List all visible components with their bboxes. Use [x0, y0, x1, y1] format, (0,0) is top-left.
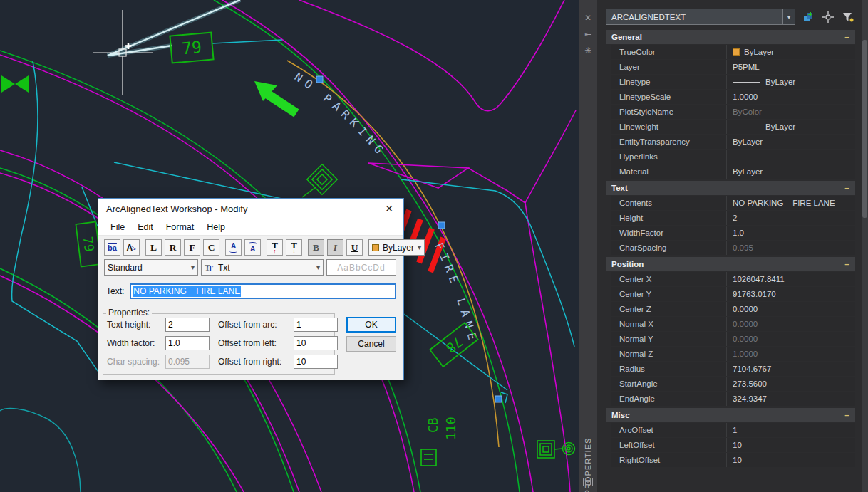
align-center-button[interactable]: C [203, 239, 219, 256]
property-value[interactable]: 7104.6767 [727, 362, 855, 376]
property-value[interactable] [727, 150, 855, 164]
arc-text-no-parking[interactable]: NO PARKING [292, 70, 389, 160]
reverse-text-button[interactable]: ba [104, 239, 120, 256]
property-row[interactable]: ContentsNO PARKING FIRE LANE [611, 196, 855, 210]
close-icon[interactable]: ✕ [584, 13, 591, 23]
property-value[interactable]: P5PML [727, 60, 855, 74]
align-fit-button[interactable]: F [184, 239, 200, 256]
outward-button[interactable]: T↑ [267, 239, 283, 256]
property-value[interactable]: 273.5600 [727, 377, 855, 391]
property-value[interactable]: 10 [727, 453, 855, 467]
svg-text:CB: CB [425, 417, 440, 433]
property-row[interactable]: LinetypeByLayer [611, 75, 855, 89]
collapse-icon[interactable]: – [844, 410, 849, 420]
section-header[interactable]: General– [606, 30, 855, 44]
menu-file[interactable]: File [104, 221, 131, 234]
convex-button[interactable]: A [225, 239, 242, 256]
property-row[interactable]: Center X1026047.8411 [611, 272, 855, 286]
property-value[interactable]: 1.0000 [727, 347, 855, 361]
collapse-icon[interactable]: – [844, 32, 849, 42]
property-value[interactable]: ByLayer [727, 120, 855, 134]
object-type-combo[interactable]: ARCALIGNEDTEXT ▾ [606, 9, 795, 25]
quick-select-icon[interactable] [840, 9, 855, 24]
ok-button[interactable]: OK [346, 317, 396, 333]
align-right-button[interactable]: R [165, 239, 181, 256]
text-height-input[interactable] [165, 318, 210, 332]
property-value[interactable]: 0.0000 [727, 317, 855, 331]
property-row[interactable]: LayerP5PML [611, 60, 855, 74]
font-combo[interactable]: TT Txt ▾ [201, 259, 324, 276]
autohide-icon[interactable]: ⇤ [584, 29, 591, 39]
property-value[interactable]: 1 [727, 423, 855, 437]
property-row[interactable]: Normal Y0.0000 [611, 332, 855, 346]
section-header[interactable]: Misc– [606, 408, 855, 422]
property-row[interactable]: WidthFactor1.0 [611, 226, 855, 240]
color-combo[interactable]: ByLayer ▾ [368, 239, 425, 256]
property-label: CharSpacing [611, 241, 727, 255]
property-value[interactable]: ByColor [727, 105, 855, 119]
property-value[interactable]: ByLayer [727, 45, 855, 59]
style-combo[interactable]: Standard ▾ [104, 259, 198, 276]
offset-arc-input[interactable] [294, 318, 338, 332]
property-value[interactable]: 2 [727, 211, 855, 225]
property-row[interactable]: LineweightByLayer [611, 120, 855, 134]
settings-icon[interactable]: ✳ [584, 46, 591, 56]
offset-left-input[interactable] [294, 336, 338, 350]
toggle-pickadd-icon[interactable] [800, 9, 815, 24]
property-row[interactable]: MaterialByLayer [611, 164, 855, 179]
property-row[interactable]: TrueColorByLayer [611, 45, 855, 59]
menu-help[interactable]: Help [200, 221, 232, 234]
section-header[interactable]: Text– [606, 181, 855, 195]
property-row[interactable]: Height2 [611, 211, 855, 225]
property-value[interactable]: ByLayer [727, 164, 855, 179]
property-row[interactable]: Center Z0.0000 [611, 302, 855, 316]
width-factor-input[interactable] [165, 336, 210, 350]
scrollbar-thumb[interactable] [862, 40, 867, 218]
property-row[interactable]: LinetypeScale1.0000 [611, 90, 855, 104]
select-objects-icon[interactable] [820, 9, 835, 24]
property-value[interactable]: ByLayer [727, 135, 855, 149]
bold-button[interactable]: B [308, 239, 324, 256]
property-value[interactable]: 324.9347 [727, 392, 855, 406]
text-input[interactable]: NO PARKING FIRE LANE [130, 283, 396, 299]
property-value[interactable]: 0.095 [727, 241, 855, 255]
section-header[interactable]: Position– [606, 257, 855, 271]
property-row[interactable]: StartAngle273.5600 [611, 377, 855, 391]
property-value[interactable]: 1026047.8411 [727, 272, 855, 286]
property-value[interactable]: 10 [727, 438, 855, 452]
align-left-button[interactable]: L [145, 239, 162, 256]
italic-button[interactable]: I [327, 239, 343, 256]
property-row[interactable]: EntityTransparencyByLayer [611, 135, 855, 149]
property-row[interactable]: Normal Z1.0000 [611, 347, 855, 361]
property-row[interactable]: Center Y91763.0170 [611, 287, 855, 301]
property-row[interactable]: Radius7104.6767 [611, 362, 855, 376]
property-row[interactable]: LeftOffset10 [611, 438, 855, 452]
property-value[interactable]: 1.0 [727, 226, 855, 240]
concave-button[interactable]: A [244, 239, 261, 256]
property-row[interactable]: PlotStyleNameByColor [611, 105, 855, 119]
property-row[interactable]: ArcOffset1 [611, 423, 855, 437]
property-row[interactable]: Normal X0.0000 [611, 317, 855, 331]
property-row[interactable]: CharSpacing0.095 [611, 241, 855, 255]
property-value[interactable]: ByLayer [727, 75, 855, 89]
property-value[interactable]: 0.0000 [727, 302, 855, 316]
menu-edit[interactable]: Edit [131, 221, 160, 234]
dialog-titlebar[interactable]: ArcAlignedText Workshop - Modify ✕ [98, 199, 403, 219]
cancel-button[interactable]: Cancel [346, 336, 396, 352]
pick-arc-button[interactable]: A↘ [123, 239, 140, 256]
collapse-icon[interactable]: – [844, 259, 849, 269]
underline-button[interactable]: U [346, 239, 363, 256]
collapse-icon[interactable]: – [844, 183, 849, 193]
menu-format[interactable]: Format [160, 221, 201, 234]
inward-button[interactable]: T↓ [286, 239, 302, 256]
offset-right-input[interactable] [294, 355, 338, 369]
close-icon[interactable]: ✕ [379, 201, 399, 216]
property-value[interactable]: 91763.0170 [727, 287, 855, 301]
property-value[interactable]: 0.0000 [727, 332, 855, 346]
palette-scrollbar[interactable] [862, 0, 868, 492]
property-row[interactable]: EndAngle324.9347 [611, 392, 855, 406]
property-value[interactable]: 1.0000 [727, 90, 855, 104]
property-row[interactable]: RightOffset10 [611, 453, 855, 467]
property-row[interactable]: Hyperlinks [611, 150, 855, 164]
property-value[interactable]: NO PARKING FIRE LANE [727, 196, 855, 210]
